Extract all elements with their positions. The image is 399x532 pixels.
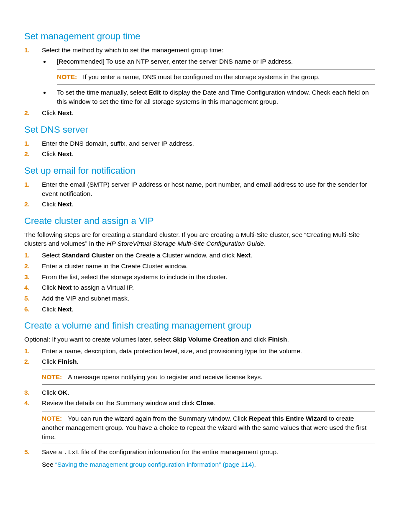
step: 3.Click OK. [24,388,375,397]
t: Select [42,252,61,259]
steps-set-dns: 1.Enter the DNS domain, suffix, and serv… [24,139,375,159]
b: Next [236,252,251,259]
t: . [72,306,74,313]
step-number: 3. [24,272,30,282]
t: Save a [42,448,64,455]
t: Click [42,109,58,116]
heading-set-mgmt-time: Set management group time [24,30,375,43]
step-text: Add the VIP and subnet mask. [42,295,129,302]
step: 2. Click Next. [24,108,375,118]
step: 5. Save a .txt file of the configuration… [24,447,375,469]
t: . [251,252,252,259]
step: 4. Review the details on the Summary win… [24,398,375,444]
sub-bullets: [Recommended] To use an NTP server, ente… [42,57,375,106]
step-number: 4. [24,398,30,408]
heading-create-volume: Create a volume and finish creating mana… [24,319,375,332]
step-number: 1. [24,251,30,260]
bold-next: Next [58,150,72,157]
cluster-intro: The following steps are for creating a s… [24,230,375,248]
note-text: If you enter a name, DNS must be configu… [83,73,320,80]
step: 2.Click Next. [24,200,375,209]
b: OK [58,389,67,396]
step-text: Enter the DNS domain, suffix, and server… [42,140,194,147]
step: 1. Select the method by which to set the… [24,46,375,106]
note-label: NOTE: [57,73,77,80]
steps-cluster: 1.Select Standard Cluster on the Create … [24,251,375,314]
step: 1.Select Standard Cluster on the Create … [24,251,375,260]
book-title: HP StoreVirtual Storage Multi-Site Confi… [107,240,264,247]
b: Next [58,306,72,313]
t: . [264,240,266,247]
steps-volume: 1.Enter a name, description, data protec… [24,347,375,469]
b: Skip Volume Creation [173,336,239,343]
t: and click [239,336,268,343]
step-text: Enter a name, description, data protecti… [42,347,302,355]
step-link: See “Saving the management group configu… [42,460,375,469]
heading-set-dns: Set DNS server [24,123,375,136]
step-number: 2. [24,200,30,209]
note-label: NOTE: [42,373,62,380]
step-number: 1. [24,347,30,356]
mono-ext: .txt [64,449,79,456]
bold-next: Next [58,200,72,208]
bold-edit: Edit [148,89,161,96]
note-text: A message opens notifying you to registe… [68,373,262,380]
heading-create-cluster: Create cluster and assign a VIP [24,215,375,228]
t: Click [42,389,58,396]
t: Optional: If you want to create volumes … [24,336,173,343]
note-box: NOTE:If you enter a name, DNS must be co… [57,69,375,85]
t: Click [42,306,58,313]
b: Finish [268,336,287,343]
t: To set the time manually, select [57,89,148,96]
step: 5.Add the VIP and subnet mask. [24,294,375,303]
t: . [77,358,79,365]
t: . [287,336,289,343]
step: 4.Click Next to assign a Virtual IP. [24,283,375,292]
step-number: 2. [24,149,30,159]
steps-set-mgmt-time: 1. Select the method by which to set the… [24,46,375,118]
t: . [72,109,74,116]
t: You can run the wizard again from the Su… [68,415,249,422]
step-number: 5. [24,447,30,457]
b: Close [196,399,214,406]
step-number: 1. [24,46,30,55]
b: Standard Cluster [61,252,114,259]
b: Repeat this Entire Wizard [249,415,327,422]
step-number: 4. [24,283,30,292]
heading-set-email: Set up email for notification [24,164,375,177]
t: Click [42,284,58,291]
step: 2. Click Finish. NOTE:A message opens no… [24,357,375,384]
t: Review the details on the Summary window… [42,399,196,406]
step-number: 2. [24,357,30,366]
step: 2.Enter a cluster name in the Create Clu… [24,262,375,271]
step: 6.Click Next. [24,305,375,314]
b: Next [58,284,72,291]
step-number: 1. [24,180,30,189]
step-number: 3. [24,388,30,397]
step-number: 2. [24,262,30,271]
note-label: NOTE: [42,415,62,422]
t: to assign a Virtual IP. [72,284,134,291]
t: . [214,399,215,406]
t: Click [42,358,58,365]
bullet-item: [Recommended] To use an NTP server, ente… [50,57,375,84]
bold-next: Next [58,109,72,116]
t: Click [42,200,58,208]
step-number: 1. [24,139,30,148]
step-text: Enter the email (SMTP) server IP address… [42,181,367,197]
t: Click [42,150,58,157]
step: 3.From the list, select the storage syst… [24,272,375,282]
step-text: Enter a cluster name in the Create Clust… [42,262,188,270]
step: 2.Click Next. [24,149,375,159]
t: on the Create a Cluster window, and clic… [114,252,236,259]
t: . [67,389,69,396]
steps-set-email: 1.Enter the email (SMTP) server IP addre… [24,180,375,209]
volume-intro: Optional: If you want to create volumes … [24,335,375,344]
step-text: From the list, select the storage system… [42,273,228,280]
step: 1.Enter the email (SMTP) server IP addre… [24,180,375,198]
t: file of the configuration information fo… [79,448,279,455]
t: . [254,461,256,468]
note-box: NOTE:You can run the wizard again from t… [42,411,375,444]
xref-save-config[interactable]: “Saving the management group configurati… [55,461,254,468]
b: Finish [58,358,77,365]
